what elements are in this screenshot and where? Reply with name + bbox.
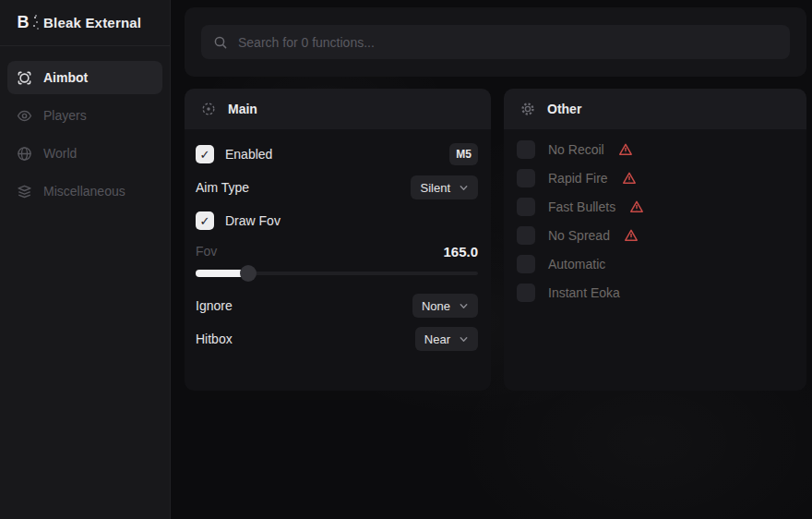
chevron-down-icon xyxy=(459,301,469,311)
globe-icon xyxy=(17,146,32,162)
automatic-checkbox[interactable] xyxy=(517,255,535,273)
panel-main: Main ✓ Enabled M5 Aim Type Silent xyxy=(185,89,491,391)
enabled-checkbox[interactable]: ✓ xyxy=(196,145,214,163)
sidebar-item-label: World xyxy=(43,146,77,161)
sidebar-item-label: Aimbot xyxy=(43,70,88,85)
sidebar-item-world[interactable]: World xyxy=(7,137,162,170)
fast-bullets-label: Fast Bullets xyxy=(548,199,615,214)
ignore-row: Ignore None xyxy=(196,293,478,319)
fov-slider[interactable] xyxy=(196,265,478,282)
search-input[interactable] xyxy=(238,35,778,50)
instant-eoka-row: Instant Eoka xyxy=(517,284,792,302)
enabled-label: Enabled xyxy=(225,147,272,162)
panel-other-body: No Recoil Rapid Fire Fast Bullets xyxy=(504,129,806,302)
no-spread-checkbox[interactable] xyxy=(517,226,535,245)
panel-main-body: ✓ Enabled M5 Aim Type Silent ✓ Draw F xyxy=(185,129,491,352)
rapid-fire-row: Rapid Fire xyxy=(517,169,792,187)
instant-eoka-checkbox[interactable] xyxy=(517,284,535,302)
aim-type-value: Silent xyxy=(420,181,450,195)
fov-value: 165.0 xyxy=(443,244,478,260)
app-title: Bleak External xyxy=(43,15,141,30)
sidebar-item-players[interactable]: Players xyxy=(7,99,162,132)
panel-main-header: Main xyxy=(185,89,491,129)
rapid-fire-checkbox[interactable] xyxy=(517,169,535,187)
hitbox-label: Hitbox xyxy=(196,332,233,346)
search-panel xyxy=(185,7,806,77)
search-box[interactable] xyxy=(201,25,790,59)
sidebar-item-miscellaneous[interactable]: Miscellaneous xyxy=(7,175,162,208)
warning-icon xyxy=(629,199,645,215)
warning-icon xyxy=(618,142,634,158)
no-spread-label: No Spread xyxy=(548,228,610,243)
check-icon: ✓ xyxy=(200,214,210,228)
draw-fov-checkbox[interactable]: ✓ xyxy=(196,211,214,230)
eye-icon xyxy=(17,108,32,124)
no-recoil-label: No Recoil xyxy=(548,142,604,157)
warning-icon xyxy=(624,228,639,244)
no-recoil-checkbox[interactable] xyxy=(517,140,535,159)
ignore-dropdown[interactable]: None xyxy=(412,294,478,318)
ignore-value: None xyxy=(422,299,450,313)
aim-type-dropdown[interactable]: Silent xyxy=(411,175,478,199)
ignore-label: Ignore xyxy=(196,298,233,313)
enabled-row: ✓ Enabled M5 xyxy=(196,141,478,167)
sidebar-item-label: Miscellaneous xyxy=(43,184,125,199)
crosshair-scan-icon xyxy=(17,70,32,86)
target-icon xyxy=(201,102,216,116)
fov-slider-thumb[interactable] xyxy=(240,265,257,282)
main-content: Main ✓ Enabled M5 Aim Type Silent xyxy=(171,0,812,519)
panel-title: Main xyxy=(228,102,257,116)
chevron-down-icon xyxy=(459,334,469,344)
sidebar-nav: Aimbot Players World xyxy=(0,46,170,208)
panel-other-header: Other xyxy=(504,89,806,129)
check-icon: ✓ xyxy=(200,148,210,162)
gear-icon xyxy=(520,102,535,116)
automatic-label: Automatic xyxy=(548,257,605,272)
sidebar-item-label: Players xyxy=(43,108,87,123)
fov-label: Fov xyxy=(196,244,217,259)
aim-type-row: Aim Type Silent xyxy=(196,175,478,200)
draw-fov-row: ✓ Draw Fov xyxy=(196,208,478,234)
fov-row: Fov 165.0 xyxy=(196,241,478,261)
sidebar: B Bleak External Aimbot xyxy=(0,0,171,519)
app-header: B Bleak External xyxy=(0,0,170,46)
panels-row: Main ✓ Enabled M5 Aim Type Silent xyxy=(185,89,806,391)
hitbox-value: Near xyxy=(424,332,450,346)
app-logo-icon: B xyxy=(13,13,33,33)
hitbox-dropdown[interactable]: Near xyxy=(415,327,478,351)
automatic-row: Automatic xyxy=(517,255,792,273)
layers-stack-icon xyxy=(17,184,32,199)
fast-bullets-checkbox[interactable] xyxy=(517,198,535,216)
panel-other: Other No Recoil Rapid Fire xyxy=(504,89,806,391)
sidebar-item-aimbot[interactable]: Aimbot xyxy=(7,61,162,94)
instant-eoka-label: Instant Eoka xyxy=(548,285,620,300)
warning-icon xyxy=(622,171,638,187)
no-recoil-row: No Recoil xyxy=(517,140,792,159)
chevron-down-icon xyxy=(459,183,469,193)
draw-fov-label: Draw Fov xyxy=(225,213,281,228)
fast-bullets-row: Fast Bullets xyxy=(517,198,792,216)
fov-slider-fill xyxy=(196,270,245,277)
rapid-fire-label: Rapid Fire xyxy=(548,171,608,186)
aim-type-label: Aim Type xyxy=(196,180,249,195)
search-icon xyxy=(213,35,228,50)
keybind-button[interactable]: M5 xyxy=(449,143,478,165)
panel-title: Other xyxy=(547,102,581,116)
hitbox-row: Hitbox Near xyxy=(196,326,478,352)
no-spread-row: No Spread xyxy=(517,226,792,245)
